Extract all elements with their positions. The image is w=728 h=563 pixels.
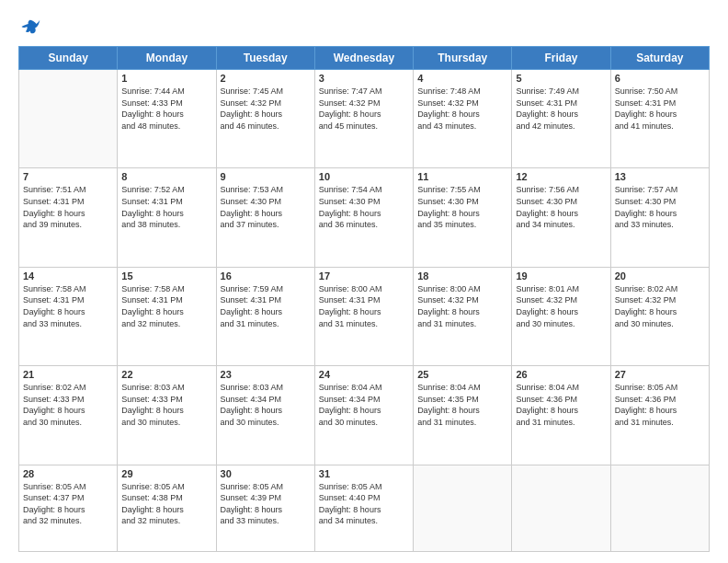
day-info: Sunrise: 7:47 AM Sunset: 4:32 PM Dayligh… [319,86,409,132]
calendar-cell: 10Sunrise: 7:54 AM Sunset: 4:30 PM Dayli… [314,168,413,267]
calendar-week-row: 1Sunrise: 7:44 AM Sunset: 4:33 PM Daylig… [19,70,710,168]
calendar-cell: 20Sunrise: 8:02 AM Sunset: 4:32 PM Dayli… [610,267,709,365]
day-number: 1 [121,73,211,84]
logo [18,17,40,37]
calendar-cell: 21Sunrise: 8:02 AM Sunset: 4:33 PM Dayli… [19,366,118,465]
calendar-cell: 22Sunrise: 8:03 AM Sunset: 4:33 PM Dayli… [118,366,216,465]
day-number: 18 [417,270,507,282]
day-number: 8 [121,171,211,182]
day-info: Sunrise: 7:53 AM Sunset: 4:30 PM Dayligh… [221,184,311,230]
calendar-cell: 3Sunrise: 7:47 AM Sunset: 4:32 PM Daylig… [314,70,413,168]
day-info: Sunrise: 7:56 AM Sunset: 4:30 PM Dayligh… [516,184,606,230]
day-info: Sunrise: 7:44 AM Sunset: 4:33 PM Dayligh… [121,86,211,132]
logo-bird-icon [20,17,40,37]
day-info: Sunrise: 7:58 AM Sunset: 4:31 PM Dayligh… [23,283,113,329]
calendar-cell: 29Sunrise: 8:05 AM Sunset: 4:38 PM Dayli… [118,465,216,551]
calendar-cell: 24Sunrise: 8:04 AM Sunset: 4:34 PM Dayli… [314,366,413,465]
calendar-cell: 7Sunrise: 7:51 AM Sunset: 4:31 PM Daylig… [19,168,118,267]
day-number: 9 [221,171,311,182]
calendar-cell: 16Sunrise: 7:59 AM Sunset: 4:31 PM Dayli… [216,267,314,365]
day-info: Sunrise: 7:52 AM Sunset: 4:31 PM Dayligh… [121,184,211,230]
day-number: 3 [319,73,409,84]
day-number: 15 [121,270,211,282]
calendar-cell: 5Sunrise: 7:49 AM Sunset: 4:31 PM Daylig… [512,70,610,168]
calendar-cell [414,465,512,551]
calendar-cell: 31Sunrise: 8:05 AM Sunset: 4:40 PM Dayli… [314,465,413,551]
day-info: Sunrise: 8:02 AM Sunset: 4:32 PM Dayligh… [615,283,705,329]
day-number: 19 [516,270,606,282]
day-info: Sunrise: 8:03 AM Sunset: 4:33 PM Dayligh… [121,382,211,428]
col-header-wednesday: Wednesday [314,47,413,70]
day-number: 17 [319,270,409,282]
day-info: Sunrise: 7:50 AM Sunset: 4:31 PM Dayligh… [615,86,705,132]
day-number: 16 [221,270,311,282]
day-number: 22 [121,369,211,380]
calendar-cell: 28Sunrise: 8:05 AM Sunset: 4:37 PM Dayli… [19,465,118,551]
day-info: Sunrise: 7:49 AM Sunset: 4:31 PM Dayligh… [516,86,606,132]
calendar-cell: 19Sunrise: 8:01 AM Sunset: 4:32 PM Dayli… [512,267,610,365]
calendar-cell: 15Sunrise: 7:58 AM Sunset: 4:31 PM Dayli… [118,267,216,365]
day-number: 20 [615,270,705,282]
calendar-cell: 17Sunrise: 8:00 AM Sunset: 4:31 PM Dayli… [314,267,413,365]
calendar-cell: 30Sunrise: 8:05 AM Sunset: 4:39 PM Dayli… [216,465,314,551]
day-number: 5 [516,73,606,84]
day-number: 7 [23,171,113,182]
day-number: 14 [23,270,113,282]
day-info: Sunrise: 7:59 AM Sunset: 4:31 PM Dayligh… [221,283,311,329]
header [18,17,710,37]
day-info: Sunrise: 8:02 AM Sunset: 4:33 PM Dayligh… [23,382,113,428]
col-header-friday: Friday [512,47,610,70]
day-info: Sunrise: 7:58 AM Sunset: 4:31 PM Dayligh… [121,283,211,329]
day-number: 6 [615,73,705,84]
day-info: Sunrise: 8:04 AM Sunset: 4:34 PM Dayligh… [319,382,409,428]
day-info: Sunrise: 8:04 AM Sunset: 4:35 PM Dayligh… [417,382,507,428]
calendar-cell: 25Sunrise: 8:04 AM Sunset: 4:35 PM Dayli… [414,366,512,465]
calendar-week-row: 21Sunrise: 8:02 AM Sunset: 4:33 PM Dayli… [19,366,710,465]
day-info: Sunrise: 8:00 AM Sunset: 4:31 PM Dayligh… [319,283,409,329]
calendar-header-row: SundayMondayTuesdayWednesdayThursdayFrid… [19,47,710,70]
day-info: Sunrise: 7:54 AM Sunset: 4:30 PM Dayligh… [319,184,409,230]
day-number: 31 [319,468,409,479]
day-info: Sunrise: 7:48 AM Sunset: 4:32 PM Dayligh… [417,86,507,132]
day-number: 28 [23,468,113,479]
col-header-thursday: Thursday [414,47,512,70]
calendar-cell: 9Sunrise: 7:53 AM Sunset: 4:30 PM Daylig… [216,168,314,267]
calendar-cell: 23Sunrise: 8:03 AM Sunset: 4:34 PM Dayli… [216,366,314,465]
day-number: 12 [516,171,606,182]
day-info: Sunrise: 8:01 AM Sunset: 4:32 PM Dayligh… [516,283,606,329]
day-number: 2 [221,73,311,84]
calendar-cell: 8Sunrise: 7:52 AM Sunset: 4:31 PM Daylig… [118,168,216,267]
calendar-cell: 18Sunrise: 8:00 AM Sunset: 4:32 PM Dayli… [414,267,512,365]
calendar-cell [19,70,118,168]
col-header-saturday: Saturday [610,47,709,70]
day-info: Sunrise: 7:57 AM Sunset: 4:30 PM Dayligh… [615,184,705,230]
calendar-cell: 11Sunrise: 7:55 AM Sunset: 4:30 PM Dayli… [414,168,512,267]
day-info: Sunrise: 8:00 AM Sunset: 4:32 PM Dayligh… [417,283,507,329]
day-number: 10 [319,171,409,182]
calendar-cell: 27Sunrise: 8:05 AM Sunset: 4:36 PM Dayli… [610,366,709,465]
day-info: Sunrise: 8:05 AM Sunset: 4:38 PM Dayligh… [121,481,211,527]
day-info: Sunrise: 8:05 AM Sunset: 4:40 PM Dayligh… [319,481,409,527]
calendar-cell: 2Sunrise: 7:45 AM Sunset: 4:32 PM Daylig… [216,70,314,168]
day-number: 23 [221,369,311,380]
day-number: 21 [23,369,113,380]
col-header-monday: Monday [118,47,216,70]
day-number: 13 [615,171,705,182]
day-info: Sunrise: 8:03 AM Sunset: 4:34 PM Dayligh… [221,382,311,428]
day-number: 4 [417,73,507,84]
calendar-week-row: 14Sunrise: 7:58 AM Sunset: 4:31 PM Dayli… [19,267,710,365]
calendar-cell: 13Sunrise: 7:57 AM Sunset: 4:30 PM Dayli… [610,168,709,267]
day-number: 24 [319,369,409,380]
day-info: Sunrise: 7:55 AM Sunset: 4:30 PM Dayligh… [417,184,507,230]
day-info: Sunrise: 8:05 AM Sunset: 4:37 PM Dayligh… [23,481,113,527]
calendar-cell: 6Sunrise: 7:50 AM Sunset: 4:31 PM Daylig… [610,70,709,168]
day-info: Sunrise: 7:45 AM Sunset: 4:32 PM Dayligh… [221,86,311,132]
calendar-cell: 1Sunrise: 7:44 AM Sunset: 4:33 PM Daylig… [118,70,216,168]
calendar-cell: 14Sunrise: 7:58 AM Sunset: 4:31 PM Dayli… [19,267,118,365]
calendar-week-row: 28Sunrise: 8:05 AM Sunset: 4:37 PM Dayli… [19,465,710,551]
day-number: 11 [417,171,507,182]
day-number: 29 [121,468,211,479]
calendar-cell: 26Sunrise: 8:04 AM Sunset: 4:36 PM Dayli… [512,366,610,465]
calendar-cell [610,465,709,551]
calendar-table: SundayMondayTuesdayWednesdayThursdayFrid… [18,46,710,552]
